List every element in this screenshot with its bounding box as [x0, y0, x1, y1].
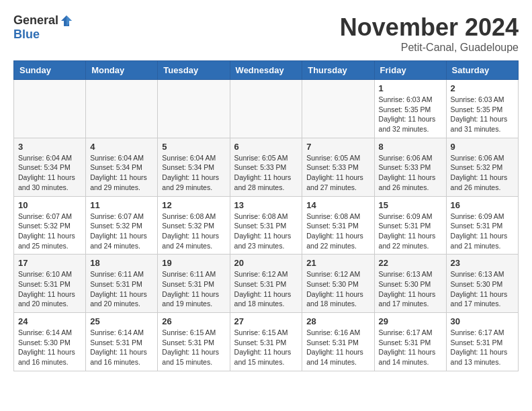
day-number: 20: [234, 258, 298, 268]
day-number: 2: [451, 83, 514, 93]
calendar-cell: [230, 80, 302, 138]
day-info: Sunrise: 6:05 AMSunset: 5:33 PMDaylight:…: [234, 153, 298, 193]
weekday-header-saturday: Saturday: [446, 61, 518, 80]
day-number: 18: [90, 258, 153, 268]
day-number: 6: [234, 142, 298, 152]
day-info: Sunrise: 6:05 AMSunset: 5:33 PMDaylight:…: [306, 153, 369, 193]
logo-blue-text: Blue: [13, 28, 40, 42]
weekday-header-friday: Friday: [374, 61, 446, 80]
calendar-week-row: 3Sunrise: 6:04 AMSunset: 5:34 PMDaylight…: [14, 138, 519, 196]
logo-general-text: General: [13, 13, 58, 28]
day-info: Sunrise: 6:15 AMSunset: 5:31 PMDaylight:…: [162, 328, 225, 367]
calendar-cell: 29Sunrise: 6:17 AMSunset: 5:31 PMDayligh…: [374, 313, 446, 371]
day-info: Sunrise: 6:17 AMSunset: 5:31 PMDaylight:…: [379, 328, 442, 367]
calendar-cell: 30Sunrise: 6:17 AMSunset: 5:31 PMDayligh…: [446, 313, 518, 371]
day-number: 11: [90, 200, 153, 210]
calendar-cell: 1Sunrise: 6:03 AMSunset: 5:35 PMDaylight…: [374, 80, 446, 138]
calendar-cell: [158, 80, 230, 138]
day-info: Sunrise: 6:06 AMSunset: 5:32 PMDaylight:…: [451, 153, 514, 193]
calendar-cell: 14Sunrise: 6:08 AMSunset: 5:31 PMDayligh…: [302, 196, 374, 255]
calendar-cell: 21Sunrise: 6:12 AMSunset: 5:30 PMDayligh…: [302, 255, 374, 313]
weekday-header-wednesday: Wednesday: [230, 61, 302, 80]
day-info: Sunrise: 6:13 AMSunset: 5:30 PMDaylight:…: [379, 269, 442, 309]
day-info: Sunrise: 6:10 AMSunset: 5:31 PMDaylight:…: [18, 269, 81, 309]
calendar-week-row: 17Sunrise: 6:10 AMSunset: 5:31 PMDayligh…: [14, 255, 519, 313]
calendar-cell: 28Sunrise: 6:16 AMSunset: 5:31 PMDayligh…: [302, 313, 374, 371]
day-info: Sunrise: 6:16 AMSunset: 5:31 PMDaylight:…: [306, 328, 369, 367]
day-info: Sunrise: 6:08 AMSunset: 5:31 PMDaylight:…: [234, 212, 298, 251]
weekday-header-monday: Monday: [86, 61, 158, 80]
calendar-cell: 17Sunrise: 6:10 AMSunset: 5:31 PMDayligh…: [14, 255, 86, 313]
calendar-cell: 27Sunrise: 6:15 AMSunset: 5:31 PMDayligh…: [230, 313, 302, 371]
day-info: Sunrise: 6:14 AMSunset: 5:31 PMDaylight:…: [90, 328, 153, 367]
day-info: Sunrise: 6:04 AMSunset: 5:34 PMDaylight:…: [90, 153, 153, 193]
day-number: 27: [234, 316, 298, 326]
day-number: 13: [234, 200, 298, 210]
weekday-header-thursday: Thursday: [302, 61, 374, 80]
day-number: 22: [379, 258, 442, 268]
day-info: Sunrise: 6:06 AMSunset: 5:33 PMDaylight:…: [379, 153, 442, 193]
day-number: 4: [90, 142, 153, 152]
page-header: General Blue November 2024 Petit-Canal, …: [13, 13, 519, 54]
calendar-cell: 15Sunrise: 6:09 AMSunset: 5:31 PMDayligh…: [374, 196, 446, 255]
day-info: Sunrise: 6:15 AMSunset: 5:31 PMDaylight:…: [234, 328, 298, 367]
calendar-cell: 6Sunrise: 6:05 AMSunset: 5:33 PMDaylight…: [230, 138, 302, 196]
day-info: Sunrise: 6:03 AMSunset: 5:35 PMDaylight:…: [451, 95, 514, 134]
day-number: 5: [162, 142, 225, 152]
calendar-cell: 5Sunrise: 6:04 AMSunset: 5:34 PMDaylight…: [158, 138, 230, 196]
day-number: 10: [18, 200, 81, 210]
calendar-cell: 20Sunrise: 6:12 AMSunset: 5:31 PMDayligh…: [230, 255, 302, 313]
day-info: Sunrise: 6:09 AMSunset: 5:31 PMDaylight:…: [451, 212, 514, 251]
calendar-week-row: 24Sunrise: 6:14 AMSunset: 5:30 PMDayligh…: [14, 313, 519, 371]
day-number: 7: [306, 142, 369, 152]
calendar-cell: 19Sunrise: 6:11 AMSunset: 5:31 PMDayligh…: [158, 255, 230, 313]
day-number: 21: [306, 258, 369, 268]
day-number: 1: [379, 83, 442, 93]
calendar-cell: 12Sunrise: 6:08 AMSunset: 5:32 PMDayligh…: [158, 196, 230, 255]
day-info: Sunrise: 6:09 AMSunset: 5:31 PMDaylight:…: [379, 212, 442, 251]
calendar-cell: 4Sunrise: 6:04 AMSunset: 5:34 PMDaylight…: [86, 138, 158, 196]
day-number: 9: [451, 142, 514, 152]
calendar-cell: [86, 80, 158, 138]
calendar-cell: 16Sunrise: 6:09 AMSunset: 5:31 PMDayligh…: [446, 196, 518, 255]
logo: General Blue: [13, 13, 73, 42]
weekday-header-tuesday: Tuesday: [158, 61, 230, 80]
weekday-header-row: SundayMondayTuesdayWednesdayThursdayFrid…: [14, 61, 519, 80]
calendar-table: SundayMondayTuesdayWednesdayThursdayFrid…: [13, 60, 519, 371]
calendar-cell: 23Sunrise: 6:13 AMSunset: 5:30 PMDayligh…: [446, 255, 518, 313]
logo-icon: [60, 14, 73, 28]
calendar-cell: 2Sunrise: 6:03 AMSunset: 5:35 PMDaylight…: [446, 80, 518, 138]
day-info: Sunrise: 6:08 AMSunset: 5:31 PMDaylight:…: [306, 212, 369, 251]
day-info: Sunrise: 6:07 AMSunset: 5:32 PMDaylight:…: [90, 212, 153, 251]
day-info: Sunrise: 6:04 AMSunset: 5:34 PMDaylight:…: [162, 153, 225, 193]
day-info: Sunrise: 6:14 AMSunset: 5:30 PMDaylight:…: [18, 328, 81, 367]
day-number: 3: [18, 142, 81, 152]
day-number: 30: [451, 316, 514, 326]
day-number: 28: [306, 316, 369, 326]
day-number: 12: [162, 200, 225, 210]
day-info: Sunrise: 6:07 AMSunset: 5:32 PMDaylight:…: [18, 212, 81, 251]
day-number: 29: [379, 316, 442, 326]
calendar-cell: [302, 80, 374, 138]
day-info: Sunrise: 6:03 AMSunset: 5:35 PMDaylight:…: [379, 95, 442, 134]
calendar-week-row: 1Sunrise: 6:03 AMSunset: 5:35 PMDaylight…: [14, 80, 519, 138]
day-number: 15: [379, 200, 442, 210]
calendar-cell: 10Sunrise: 6:07 AMSunset: 5:32 PMDayligh…: [14, 196, 86, 255]
calendar-cell: 3Sunrise: 6:04 AMSunset: 5:34 PMDaylight…: [14, 138, 86, 196]
day-number: 23: [451, 258, 514, 268]
calendar-cell: 11Sunrise: 6:07 AMSunset: 5:32 PMDayligh…: [86, 196, 158, 255]
calendar-cell: 8Sunrise: 6:06 AMSunset: 5:33 PMDaylight…: [374, 138, 446, 196]
day-info: Sunrise: 6:17 AMSunset: 5:31 PMDaylight:…: [451, 328, 514, 367]
calendar-cell: 18Sunrise: 6:11 AMSunset: 5:31 PMDayligh…: [86, 255, 158, 313]
day-info: Sunrise: 6:12 AMSunset: 5:31 PMDaylight:…: [234, 269, 298, 309]
location-subtitle: Petit-Canal, Guadeloupe: [340, 42, 519, 54]
day-info: Sunrise: 6:08 AMSunset: 5:32 PMDaylight:…: [162, 212, 225, 251]
calendar-cell: 7Sunrise: 6:05 AMSunset: 5:33 PMDaylight…: [302, 138, 374, 196]
weekday-header-sunday: Sunday: [14, 61, 86, 80]
calendar-cell: 25Sunrise: 6:14 AMSunset: 5:31 PMDayligh…: [86, 313, 158, 371]
day-info: Sunrise: 6:11 AMSunset: 5:31 PMDaylight:…: [90, 269, 153, 309]
day-number: 26: [162, 316, 225, 326]
calendar-cell: 24Sunrise: 6:14 AMSunset: 5:30 PMDayligh…: [14, 313, 86, 371]
day-number: 24: [18, 316, 81, 326]
month-title: November 2024: [340, 13, 519, 42]
